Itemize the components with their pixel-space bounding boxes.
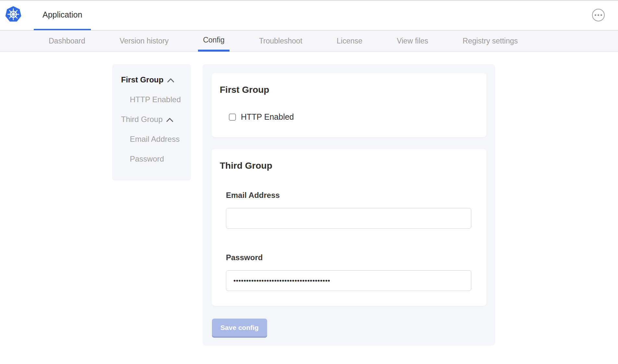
tab-label: Troubleshoot (259, 37, 302, 45)
sidebar-item-password[interactable]: Password (112, 154, 191, 164)
app-tab-label: Application (43, 10, 82, 19)
password-input[interactable] (226, 270, 471, 291)
sidebar-item-email-address[interactable]: Email Address (112, 135, 191, 144)
app-subnav: Dashboard Version history Config Trouble… (0, 30, 618, 52)
tab-label: License (337, 37, 362, 45)
tab-registry-settings[interactable]: Registry settings (458, 30, 523, 52)
email-address-label: Email Address (220, 191, 478, 200)
sidebar-item-label: Third Group (121, 115, 163, 124)
ellipsis-menu-button[interactable] (592, 9, 605, 21)
sidebar-item-first-group[interactable]: First Group (112, 75, 191, 84)
kubernetes-logo-icon (5, 6, 21, 22)
tab-view-files[interactable]: View files (392, 30, 433, 52)
tab-troubleshoot[interactable]: Troubleshoot (254, 30, 307, 52)
config-group-card-first: First Group HTTP Enabled (212, 73, 487, 137)
tab-dashboard[interactable]: Dashboard (44, 30, 90, 52)
checkbox-label[interactable]: HTTP Enabled (241, 112, 294, 122)
password-label: Password (220, 253, 478, 262)
http-enabled-field: HTTP Enabled (220, 112, 478, 122)
group-title: First Group (220, 85, 478, 94)
ellipsis-dot-icon (598, 14, 599, 16)
save-config-button[interactable]: Save config (212, 319, 267, 336)
email-address-input[interactable] (226, 208, 471, 229)
tab-config[interactable]: Config (198, 30, 229, 52)
tab-license[interactable]: License (332, 30, 367, 52)
config-group-card-third: Third Group Email Address Password (212, 149, 487, 306)
group-title: Third Group (220, 161, 478, 170)
sidebar-item-label: HTTP Enabled (130, 95, 181, 104)
chevron-up-icon[interactable] (167, 78, 174, 83)
config-nav-sidebar: First Group HTTP Enabled Third Group Ema… (112, 64, 191, 180)
sidebar-item-http-enabled[interactable]: HTTP Enabled (112, 95, 191, 104)
ellipsis-dot-icon (595, 14, 596, 16)
tab-version-history[interactable]: Version history (115, 30, 174, 52)
app-header: Application (0, 0, 618, 30)
tab-label: Version history (120, 37, 169, 45)
tab-label: Dashboard (49, 37, 85, 45)
ellipsis-dot-icon (600, 14, 602, 16)
chevron-up-icon[interactable] (166, 117, 173, 122)
tab-label: Registry settings (463, 37, 518, 45)
tab-application[interactable]: Application (34, 1, 91, 31)
config-content-panel: First Group HTTP Enabled Third Group Ema… (203, 64, 495, 346)
sidebar-item-label: Email Address (130, 135, 179, 144)
tab-label: View files (397, 37, 428, 45)
http-enabled-checkbox[interactable] (229, 114, 236, 121)
tab-label: Config (203, 36, 224, 44)
sidebar-item-third-group[interactable]: Third Group (112, 115, 191, 124)
sidebar-item-label: First Group (121, 75, 164, 84)
sidebar-item-label: Password (130, 154, 164, 164)
